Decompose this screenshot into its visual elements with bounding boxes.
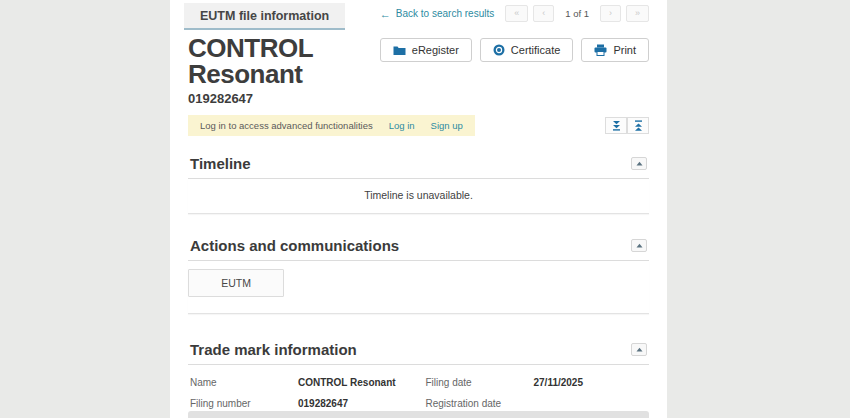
- print-button-label: Print: [613, 44, 636, 56]
- login-link[interactable]: Log in: [389, 120, 415, 131]
- actions-section: Actions and communications EUTM: [188, 232, 649, 314]
- tab-eutm-file-information[interactable]: EUTM file information: [184, 3, 345, 30]
- certificate-seal-icon: [493, 44, 505, 56]
- actions-section-title: Actions and communications: [190, 237, 399, 254]
- login-row: Log in to access advanced functionalitie…: [188, 115, 649, 136]
- actions-collapse-button[interactable]: [631, 239, 647, 252]
- content-column: EUTM file information ← Back to search r…: [170, 0, 667, 418]
- trademark-collapse-button[interactable]: [631, 343, 647, 356]
- field-label: Registration date: [426, 397, 534, 409]
- trademark-section-title: Trade mark information: [190, 341, 357, 358]
- pagination-last-button[interactable]: »: [626, 5, 649, 22]
- certificate-button-label: Certificate: [511, 44, 561, 56]
- field-value: CONTROL Resonant: [298, 376, 412, 391]
- expand-all-button[interactable]: [605, 117, 627, 134]
- back-to-search-results-link[interactable]: Back to search results: [396, 8, 494, 19]
- collapse-all-button[interactable]: [627, 117, 649, 134]
- trademark-section-header: Trade mark information: [188, 336, 649, 365]
- action-buttons: eRegister Certificate Print: [380, 38, 649, 62]
- title-row: CONTROL Resonant 019282647 eRegister Cer…: [188, 35, 649, 106]
- field-row: Filing date27/11/2025: [426, 372, 648, 394]
- field-row: Registration date: [426, 394, 648, 413]
- page-title: CONTROL Resonant: [188, 35, 380, 87]
- application-number: 019282647: [188, 91, 380, 106]
- expand-all-icon: [611, 120, 622, 131]
- top-bar: EUTM file information ← Back to search r…: [188, 0, 649, 30]
- certificate-button[interactable]: Certificate: [480, 38, 574, 62]
- field-row: NameCONTROL Resonant: [190, 372, 412, 394]
- field-label: Name: [190, 376, 298, 388]
- back-arrow-icon: ←: [380, 8, 391, 20]
- pagination-first-button[interactable]: «: [505, 5, 528, 22]
- timeline-collapse-button[interactable]: [631, 157, 647, 170]
- timeline-section-header: Timeline: [188, 150, 649, 179]
- chevron-up-icon: [636, 347, 643, 352]
- trademark-section: Trade mark information NameCONTROL Reson…: [188, 336, 649, 418]
- expand-collapse-controls: [605, 117, 649, 134]
- field-value: 27/11/2025: [534, 376, 648, 391]
- timeline-section: Timeline Timeline is unavailable.: [188, 150, 649, 214]
- printer-icon: [594, 44, 607, 56]
- search-navigation: ← Back to search results « ‹ 1 of 1 › »: [380, 5, 649, 22]
- eregister-button[interactable]: eRegister: [380, 38, 472, 62]
- timeline-section-title: Timeline: [190, 155, 251, 172]
- login-banner: Log in to access advanced functionalitie…: [188, 115, 475, 136]
- timeline-empty-message: Timeline is unavailable.: [188, 179, 649, 214]
- login-banner-message: Log in to access advanced functionalitie…: [200, 120, 373, 131]
- tab-label: EUTM file information: [200, 9, 329, 23]
- pagination-next-button[interactable]: ›: [600, 5, 621, 22]
- print-button[interactable]: Print: [581, 38, 649, 62]
- eregister-button-label: eRegister: [412, 44, 459, 56]
- actions-section-header: Actions and communications: [188, 232, 649, 261]
- field-label: Filing date: [426, 376, 534, 388]
- chevron-up-icon: [636, 161, 643, 166]
- signup-link[interactable]: Sign up: [431, 120, 463, 131]
- next-section-panel-edge: [188, 411, 649, 418]
- field-value: 019282647: [298, 397, 412, 412]
- tab-eutm[interactable]: EUTM: [188, 269, 284, 297]
- chevron-up-icon: [636, 243, 643, 248]
- folder-icon: [393, 45, 406, 56]
- actions-section-body: EUTM: [188, 261, 649, 314]
- field-label: Filing number: [190, 397, 298, 409]
- collapse-all-icon: [633, 120, 644, 131]
- pagination-prev-button[interactable]: ‹: [533, 5, 554, 22]
- title-block: CONTROL Resonant 019282647: [188, 35, 380, 106]
- pagination-status: 1 of 1: [565, 8, 589, 19]
